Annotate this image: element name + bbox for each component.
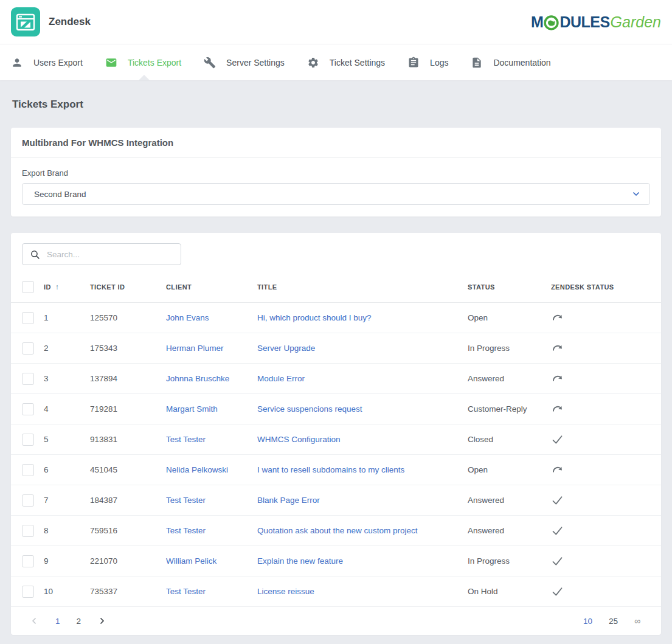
redo-icon xyxy=(551,372,564,385)
row-checkbox[interactable] xyxy=(22,434,34,446)
prev-page-icon[interactable] xyxy=(29,616,39,626)
page-size-10[interactable]: 10 xyxy=(583,617,592,626)
export-brand-select[interactable]: Second Brand xyxy=(22,183,650,205)
tickets-table: ID↑ TICKET ID CLIENT TITLE STATUS ZENDES… xyxy=(11,269,661,606)
table-row: 8 759516 Test Tester Quotation ask about… xyxy=(11,516,661,546)
search-icon xyxy=(30,249,40,260)
row-checkbox[interactable] xyxy=(22,525,34,537)
tab-tickets-export[interactable]: Tickets Export xyxy=(105,57,181,69)
tab-server-settings[interactable]: Server Settings xyxy=(204,57,285,69)
page-size-infinity[interactable]: ∞ xyxy=(634,616,640,626)
cell-id: 2 xyxy=(44,333,90,364)
brand-part-garden: Garden xyxy=(611,13,661,31)
cell-ticket-id: 125570 xyxy=(90,303,166,333)
ticket-title-link[interactable]: Server Upgrade xyxy=(257,344,315,353)
check-icon xyxy=(551,555,564,567)
search-wrap xyxy=(11,233,661,269)
document-icon xyxy=(471,57,483,69)
column-header-title[interactable]: TITLE xyxy=(257,269,468,303)
cell-status: Customer-Reply xyxy=(468,394,551,424)
cell-status: In Progress xyxy=(468,333,551,364)
tab-label: Tickets Export xyxy=(128,58,181,68)
brand-part-modules-m: M xyxy=(531,13,543,31)
cell-status: Open xyxy=(468,455,551,485)
row-checkbox[interactable] xyxy=(22,586,34,598)
cell-ticket-id: 735337 xyxy=(90,576,166,607)
tab-label: Users Export xyxy=(33,58,83,68)
ticket-title-link[interactable]: Module Error xyxy=(257,374,305,383)
tab-logs[interactable]: Logs xyxy=(407,57,448,69)
column-header-zendesk-status[interactable]: ZENDESK STATUS xyxy=(551,269,661,303)
row-checkbox[interactable] xyxy=(22,342,34,355)
tab-ticket-settings[interactable]: Ticket Settings xyxy=(307,57,385,69)
page-size-25[interactable]: 25 xyxy=(609,617,618,626)
page-number-2[interactable]: 2 xyxy=(77,617,81,626)
search-input[interactable] xyxy=(47,250,175,259)
cell-id: 1 xyxy=(44,303,90,333)
gear-icon xyxy=(307,57,319,69)
client-link[interactable]: Herman Plumer xyxy=(166,344,224,353)
redo-icon xyxy=(551,342,564,355)
column-header-client[interactable]: CLIENT xyxy=(166,269,257,303)
search-box xyxy=(22,243,181,265)
cell-id: 5 xyxy=(44,424,90,455)
cell-status: Answered xyxy=(468,364,551,394)
cell-status: In Progress xyxy=(468,546,551,576)
next-page-icon[interactable] xyxy=(97,616,107,626)
table-row: 10 735337 Test Tester License reissue On… xyxy=(11,576,661,607)
page-number-1[interactable]: 1 xyxy=(55,617,60,626)
row-checkbox[interactable] xyxy=(22,464,34,476)
page-size-options: 10 25 ∞ xyxy=(583,616,640,626)
client-link[interactable]: Test Tester xyxy=(166,587,206,596)
modulesgarden-logo: M DULES Garden xyxy=(531,13,661,31)
table-row: 9 221070 William Pelick Explain the new … xyxy=(11,546,661,576)
ticket-title-link[interactable]: I want to resell subdomains to my client… xyxy=(257,465,404,474)
client-link[interactable]: William Pelick xyxy=(166,556,216,566)
row-checkbox[interactable] xyxy=(22,403,34,415)
redo-icon xyxy=(551,463,564,476)
client-link[interactable]: John Evans xyxy=(166,313,209,322)
globe-icon xyxy=(544,15,559,30)
client-link[interactable]: Test Tester xyxy=(166,496,206,505)
client-link[interactable]: Johnna Bruschke xyxy=(166,374,229,383)
cell-status: Open xyxy=(468,303,551,333)
table-row: 4 719281 Margart Smith Service suspencio… xyxy=(11,394,661,424)
ticket-title-link[interactable]: Hi, which product should I buy? xyxy=(257,313,372,322)
ticket-title-link[interactable]: Blank Page Error xyxy=(257,496,320,505)
ticket-title-link[interactable]: License reissue xyxy=(257,587,314,596)
tab-documentation[interactable]: Documentation xyxy=(471,57,550,69)
check-icon xyxy=(551,494,564,507)
row-checkbox[interactable] xyxy=(22,494,34,507)
client-link[interactable]: Test Tester xyxy=(166,435,206,444)
cell-id: 7 xyxy=(44,485,90,516)
ticket-title-link[interactable]: Quotation ask about the new custom proje… xyxy=(257,526,417,535)
cell-ticket-id: 221070 xyxy=(90,546,166,576)
sort-asc-icon: ↑ xyxy=(55,283,59,291)
column-header-ticket-id[interactable]: TICKET ID xyxy=(90,269,166,303)
row-checkbox[interactable] xyxy=(22,373,34,385)
cell-id: 8 xyxy=(44,516,90,546)
tab-label: Ticket Settings xyxy=(330,58,385,68)
pagination-pages: 1 2 xyxy=(29,616,107,626)
column-header-status[interactable]: STATUS xyxy=(468,269,551,303)
ticket-title-link[interactable]: Explain the new feature xyxy=(257,556,343,566)
brand-part-modules: DULES xyxy=(559,13,609,31)
row-checkbox[interactable] xyxy=(22,555,34,567)
table-row: 7 184387 Test Tester Blank Page Error An… xyxy=(11,485,661,516)
client-link[interactable]: Test Tester xyxy=(166,526,206,535)
page-title: Tickets Export xyxy=(11,80,661,128)
table-row: 6 451045 Nelida Pelkowski I want to rese… xyxy=(11,455,661,485)
cell-status: Answered xyxy=(468,485,551,516)
export-brand-selected-value: Second Brand xyxy=(34,190,631,199)
tab-users-export[interactable]: Users Export xyxy=(11,57,83,69)
select-all-checkbox[interactable] xyxy=(22,281,34,293)
column-header-id[interactable]: ID↑ xyxy=(44,269,90,303)
client-link[interactable]: Margart Smith xyxy=(166,404,218,414)
client-link[interactable]: Nelida Pelkowski xyxy=(166,465,228,474)
module-nav: Users Export Tickets Export Server Setti… xyxy=(0,44,672,80)
ticket-title-link[interactable]: Service suspencions request xyxy=(257,404,362,414)
page: Zendesk M DULES Garden Users Export xyxy=(0,0,672,644)
export-brand-label: Export Brand xyxy=(22,168,650,178)
ticket-title-link[interactable]: WHMCS Configuration xyxy=(257,435,341,444)
row-checkbox[interactable] xyxy=(22,312,34,324)
